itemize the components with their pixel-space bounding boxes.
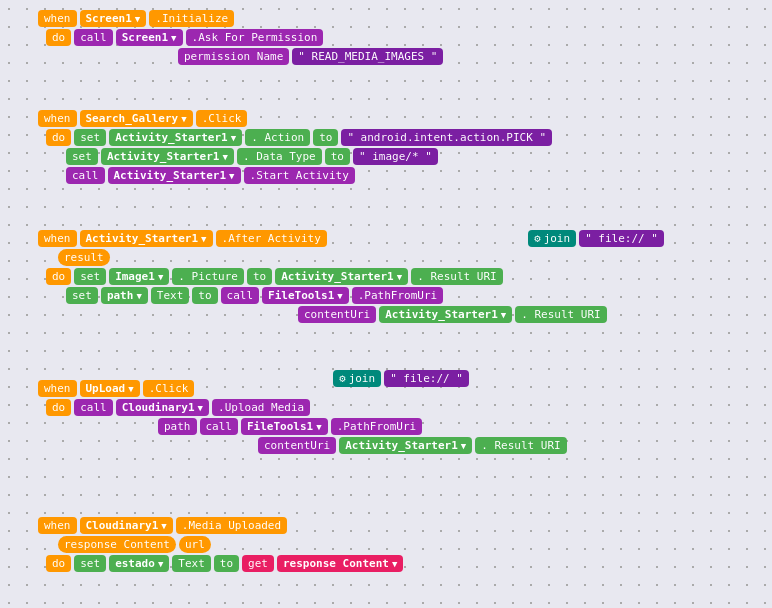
action-label: . Action <box>245 129 310 146</box>
set-action: set <box>74 129 106 146</box>
filetools1-chip2[interactable]: FileTools1 ▼ <box>241 418 328 435</box>
join-block-floating: ⚙ join " file:// " <box>528 228 664 249</box>
upload-chip[interactable]: UpLoad ▼ <box>80 380 140 397</box>
call-filetools2: call <box>200 418 239 435</box>
join-gear: ⚙ join <box>528 230 576 247</box>
activity-starter-upload-chip[interactable]: Activity_Starter1 ▼ <box>339 437 472 454</box>
android-action-value: " android.intent.action.PICK " <box>341 129 552 146</box>
when-keyword3: when <box>38 230 77 247</box>
when-keyword5: when <box>38 517 77 534</box>
to-label4: to <box>192 287 217 304</box>
initialize-label: .Initialize <box>149 10 234 27</box>
estado-chip[interactable]: estado ▼ <box>109 555 169 572</box>
cloudinary1-chip[interactable]: Cloudinary1 ▼ <box>116 399 209 416</box>
activity-starter1-chip-c[interactable]: Activity_Starter1 ▼ <box>108 167 241 184</box>
do-keyword5: do <box>46 555 71 572</box>
ask-permission-label: .Ask For Permission <box>186 29 324 46</box>
file-prefix-value2: " file:// " <box>384 370 469 387</box>
set-picture: set <box>74 268 106 285</box>
image1-chip[interactable]: Image1 ▼ <box>109 268 169 285</box>
activity-starter1-chip-b[interactable]: Activity_Starter1 ▼ <box>101 148 234 165</box>
image-value: " image/* " <box>353 148 438 165</box>
search-gallery-chip[interactable]: Search_Gallery ▼ <box>80 110 193 127</box>
call-cloudinary: call <box>74 399 113 416</box>
group3-after-activity: when Activity_Starter1 ▼ .After Activity… <box>38 228 607 325</box>
activity-starter-content-chip[interactable]: Activity_Starter1 ▼ <box>379 306 512 323</box>
activity-starter1-when-chip[interactable]: Activity_Starter1 ▼ <box>80 230 213 247</box>
do-keyword4: do <box>46 399 71 416</box>
set-estado: set <box>74 555 106 572</box>
text-label-estado: Text <box>172 555 211 572</box>
set-datatype: set <box>66 148 98 165</box>
response-content-badge: response Content <box>58 536 176 553</box>
url-badge: url <box>179 536 211 553</box>
call-block: call <box>74 29 113 46</box>
permission-name-label: permission Name <box>178 48 289 65</box>
path-label-upload: path <box>158 418 197 435</box>
click-label: .Click <box>196 110 248 127</box>
do-keyword2: do <box>46 129 71 146</box>
path-chip[interactable]: path ▼ <box>101 287 148 304</box>
group5-media-uploaded: when Cloudinary1 ▼ .Media Uploaded respo… <box>38 515 403 574</box>
gear-icon2: ⚙ <box>339 372 346 385</box>
when-keyword4: when <box>38 380 77 397</box>
data-type-label: . Data Type <box>237 148 322 165</box>
set-path: set <box>66 287 98 304</box>
cloudinary1-when-chip[interactable]: Cloudinary1 ▼ <box>80 517 173 534</box>
picture-label: . Picture <box>172 268 244 285</box>
do-keyword: do <box>46 29 71 46</box>
text-label-path: Text <box>151 287 190 304</box>
media-uploaded-label: .Media Uploaded <box>176 517 287 534</box>
get-block: get <box>242 555 274 572</box>
group4-upload-click: ⚙ join " file:// " when UpLoad ▼ .Click … <box>38 378 567 456</box>
screen1-chip[interactable]: Screen1 ▼ <box>80 10 147 27</box>
click-label2: .Click <box>143 380 195 397</box>
do-keyword3: do <box>46 268 71 285</box>
call-start-activity: call <box>66 167 105 184</box>
response-content-chip[interactable]: response Content ▼ <box>277 555 403 572</box>
join-gear2: ⚙ join <box>333 370 381 387</box>
result-uri-upload-label: . Result URI <box>475 437 566 454</box>
to-label: to <box>313 129 338 146</box>
when-label: when <box>44 12 71 25</box>
join-block-floating2: ⚙ join " file:// " <box>333 368 469 389</box>
path-from-uri-label: .PathFromUri <box>352 287 443 304</box>
activity-starter-result-chip[interactable]: Activity_Starter1 ▼ <box>275 268 408 285</box>
screen1-call-chip[interactable]: Screen1 ▼ <box>116 29 183 46</box>
filetools1-chip[interactable]: FileTools1 ▼ <box>262 287 349 304</box>
result-uri-label: . Result URI <box>411 268 502 285</box>
group1-when-initialize: when Screen1 ▼ .Initialize do call Scree… <box>38 8 443 67</box>
content-uri-label: contentUri <box>298 306 376 323</box>
when-keyword2: when <box>38 110 77 127</box>
result-badge: result <box>58 249 110 266</box>
activity-starter1-chip-a[interactable]: Activity_Starter1 ▼ <box>109 129 242 146</box>
to-label2: to <box>325 148 350 165</box>
call-filetools: call <box>221 287 260 304</box>
content-uri-label2: contentUri <box>258 437 336 454</box>
file-prefix-value: " file:// " <box>579 230 664 247</box>
to-label5: to <box>214 555 239 572</box>
to-label3: to <box>247 268 272 285</box>
after-activity-label: .After Activity <box>216 230 327 247</box>
path-from-uri2-label: .PathFromUri <box>331 418 422 435</box>
upload-media-label: .Upload Media <box>212 399 310 416</box>
result-uri2-label: . Result URI <box>515 306 606 323</box>
gear-icon: ⚙ <box>534 232 541 245</box>
start-activity-label: .Start Activity <box>244 167 355 184</box>
read-media-value: " READ_MEDIA_IMAGES " <box>292 48 443 65</box>
when-keyword: when <box>38 10 77 27</box>
group2-search-gallery: when Search_Gallery ▼ .Click do set Acti… <box>38 108 552 186</box>
